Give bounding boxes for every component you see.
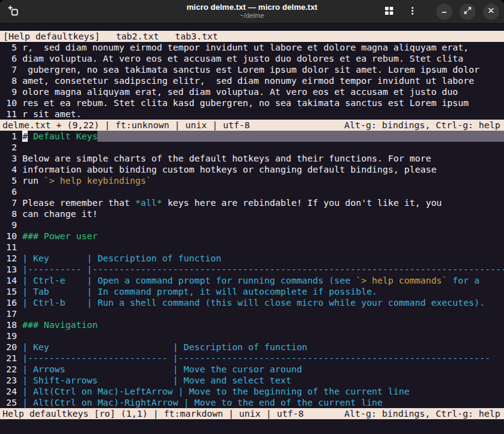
cursor-line-highlight [97,131,504,142]
editor-line[interactable]: 24| Alt(Ctrl on Mac)-LeftArrow | Move to… [0,386,504,397]
editor-line[interactable]: 19 [0,330,504,342]
kebab-menu-icon [408,6,417,17]
restore-icon [463,6,472,17]
text-segment: r sit amet. [22,108,81,120]
editor-line[interactable]: 7 gubergren, no sea takimata sanctus est… [0,64,504,75]
terminal-empty-area [0,419,504,434]
terminal-window: micro delme.txt — micro delme.txt ~/delm… [0,0,504,434]
editor-line[interactable]: 1# Default Keys [0,131,504,142]
text-segment: `> help keybindings` [44,175,152,186]
new-tab-button[interactable] [5,4,21,20]
tab-tab2.txt[interactable]: tab2.txt [116,31,159,42]
editor-line[interactable]: 17 [0,308,504,319]
window-subtitle: ~/delme [123,12,381,20]
text-segment: Below are simple charts of the default h… [22,153,431,164]
minimize-icon [440,6,449,17]
editor-line[interactable]: 8amet, consetetur sadipscing elitr, sed … [0,75,504,86]
text-segment: res et ea rebum. Stet clita kasd gubergr… [22,97,469,108]
editor-line[interactable]: 13|---------- |-------------------------… [0,264,504,275]
editor-line[interactable]: 18### Navigation [0,319,504,330]
editor-line[interactable]: 3Below are simple charts of the default … [0,153,504,164]
text-segment: amet, consetetur sadipscing elitr, sed d… [22,75,474,86]
line-number: 5 [6,42,17,53]
tab-tab3.txt[interactable]: tab3.txt [175,31,218,42]
line-number: 13 [6,264,17,275]
text-segment: |-------------------------- |-----------… [22,353,490,364]
editor-line[interactable]: 25| Alt(Ctrl on Mac)-RightArrow | Move t… [0,397,504,408]
editor-line[interactable]: 6 [0,186,504,197]
tab-overview-button[interactable] [381,4,397,20]
editor-line[interactable]: 11 [0,242,504,253]
line-number: 18 [6,319,17,330]
editor-line[interactable]: 2 [0,142,504,153]
editor-line[interactable]: 21|-------------------------- |---------… [0,353,504,364]
tab-grid-icon [384,6,394,17]
close-button[interactable] [483,4,499,20]
editor-line[interactable]: 6diam voluptua. At vero eos et accusam e… [0,53,504,64]
editor-line[interactable]: 16| Ctrl-b | Run a shell command (this w… [0,297,504,308]
text-cursor: # [22,131,28,142]
tab-help-defaultkeys[interactable]: [Help defaultkeys] [3,31,100,42]
line-number: 19 [6,330,17,342]
line-number: 21 [6,353,17,364]
editor-line[interactable]: 8can change it! [0,208,504,219]
line-number: 11 [6,108,17,120]
editor-line[interactable]: 5r, sed diam nonumy eirmod tempor invidu… [0,42,504,53]
editor-line[interactable]: 12| Key | Description of function [0,253,504,264]
menu-button[interactable] [404,4,420,20]
minimize-button[interactable] [436,4,452,20]
editor-line[interactable]: 20| Key | Description of function [0,342,504,353]
text-segment: | Tab | In command prompt, it will autoc… [22,286,377,297]
editor-line[interactable]: 22| Arrows | Move the cursor around [0,364,504,375]
text-segment: | Arrows | Move the cursor around [22,364,302,375]
editor-line[interactable]: 11r sit amet. [0,108,504,120]
line-number: 20 [6,342,17,353]
text-segment: `> help commands` [356,275,447,286]
editor-line[interactable]: 4information about binding custom hotkey… [0,164,504,175]
line-number: 15 [6,286,17,297]
editor-line[interactable]: 15| Tab | In command prompt, it will aut… [0,286,504,297]
line-number: 7 [6,197,17,208]
line-number: 12 [6,253,17,264]
statusbar-help: Help defaultkeys [ro] (1,1) | ft:markdow… [0,408,504,419]
line-number: 10 [6,231,17,242]
editor-line[interactable]: 9olore magna aliquyam erat, sed diam vol… [0,86,504,97]
line-number: 8 [6,75,17,86]
statusbar-right: Alt-g: bindings, Ctrl-g: help [344,408,500,419]
editor-line[interactable]: 5run `> help keybindings` [0,175,504,186]
text-segment: keys here are rebindable! If you don't l… [162,197,442,208]
editor-line[interactable]: 10### Power user [0,231,504,242]
new-tab-icon [8,6,18,18]
editor-line[interactable]: 14| Ctrl-e | Open a command prompt for r… [0,275,504,286]
statusbar-left: Help defaultkeys [ro] (1,1) | ft:markdow… [2,408,304,419]
text-segment: |---------- |---------------------------… [22,264,504,275]
text-segment: olore magna aliquyam erat, sed diam volu… [22,86,458,97]
text-segment: information about binding custom hotkeys… [22,164,436,175]
line-number: 1 [6,131,17,142]
text-segment: | Ctrl-b | Run a shell command (this wil… [22,297,485,308]
line-number: 6 [6,53,17,64]
terminal-content: [Help defaultkeys]tab2.txttab3.txt 5r, s… [0,23,504,434]
line-number: 14 [6,275,17,286]
buffer-help-defaultkeys[interactable]: 1# Default Keys23Below are simple charts… [0,131,504,408]
text-segment: ### Power user [22,231,97,242]
text-segment: | Alt(Ctrl on Mac)-RightArrow | Move to … [22,397,383,408]
editor-line[interactable]: 10res et ea rebum. Stet clita kasd guber… [0,97,504,108]
editor-line[interactable]: 9 [0,219,504,231]
text-segment: can change it! [22,208,97,219]
line-number: 4 [6,164,17,175]
restore-button[interactable] [460,4,476,20]
text-segment: diam voluptua. At vero eos et accusam et… [22,53,463,64]
buffer-delme-txt[interactable]: 5r, sed diam nonumy eirmod tempor invidu… [0,42,504,120]
text-segment: | Key | Description of function [22,342,307,353]
line-number: 23 [6,375,17,386]
editor-line[interactable]: 23| Shift-arrows | Move and select text [0,375,504,386]
line-number: 7 [6,64,17,75]
text-segment: | Key | Description of function [22,253,221,264]
text-segment: gubergren, no sea takimata sanctus est L… [22,64,479,75]
line-number: 8 [6,208,17,219]
editor-line[interactable]: 7Please remember that *all* keys here ar… [0,197,504,208]
line-number: 11 [6,242,17,253]
line-number: 10 [6,97,17,108]
text-segment: | Shift-arrows | Move and select text [22,375,291,386]
